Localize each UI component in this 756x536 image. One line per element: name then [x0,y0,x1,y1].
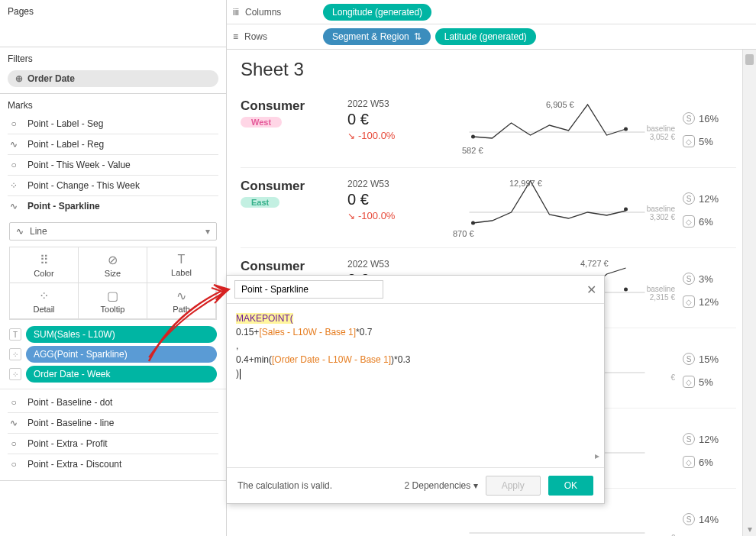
baseline-label: baseline3,302 € [647,205,675,221]
pages-shelf-drop[interactable] [0,20,226,29]
mark-field-pill[interactable]: ⁘AGG(Point - Sparkline) [9,346,217,363]
kpi-change: ↘-100.0% [347,210,431,221]
marks-card-detail[interactable]: ⁘Detail [9,283,79,319]
mark-layer-label: Point - Baseline - dot [27,397,112,408]
calc-dependencies-dropdown[interactable]: 2 Dependencies ▾ [405,480,478,491]
mark-layer-label: Point - Change - This Week [27,180,140,191]
columns-icon: iii [233,7,239,18]
marks-card-size[interactable]: ⊘Size [78,247,147,283]
baseline-label: € [670,525,675,536]
kpi-segment: Consumer [241,259,340,274]
marks-card-label: Tooltip [101,305,125,314]
mark-layer-label: Point - This Week - Value [27,160,131,170]
token-function: MAKEPOINT( [236,313,293,324]
svg-point-1 [471,135,475,139]
arrow-down-icon: ↘ [347,131,355,141]
marks-layer-row[interactable]: ∿Point - Sparkline [8,196,218,216]
kpi-value: 0 € [347,191,431,208]
mark-layer-label: Point - Label - Reg [27,139,104,150]
marks-card-color[interactable]: ⠿Color [9,247,79,283]
mark-type-icon: ○ [8,118,20,129]
filter-pill-label: Order Date [27,73,75,84]
marks-layer-row[interactable]: ○Point - This Week - Value [8,155,218,176]
mark-field-pill[interactable]: TSUM(Sales - L10W) [9,326,217,343]
mark-type-icon: ○ [8,397,20,408]
svg-point-4 [471,221,475,225]
tag-icon: ◇ [683,215,695,228]
rows-pill[interactable]: Segment & Region ⇅ [323,28,431,45]
tooltip-icon: ▢ [107,289,118,303]
close-icon[interactable]: ✕ [586,283,596,297]
pill-prefix-icon: ⁘ [9,348,21,360]
calc-name-input[interactable] [234,280,383,299]
tag-icon: ◇ [683,456,695,468]
calc-editor-body[interactable]: MAKEPOINT( 0.15+[Sales - L10W - Base 1]*… [227,303,604,468]
pill-prefix-icon: T [9,328,21,341]
kpi-metric-discount: ◇12% [683,295,719,308]
marks-layer-row[interactable]: ○Point - Baseline - dot [8,392,218,413]
filters-shelf-title: Filters [0,47,226,67]
calc-valid-message: The calculation is valid. [237,480,332,491]
mark-type-icon: ∿ [8,418,20,428]
marks-layer-row[interactable]: ○Point - Extra - Discount [8,454,218,474]
mark-field-pill[interactable]: ⁘Order Date - Week [9,366,217,383]
rows-label: Rows [244,31,267,42]
marks-layer-row[interactable]: ○Point - Extra - Profit [8,434,218,454]
pill-prefix-icon: ⁘ [9,368,21,380]
columns-pill[interactable]: Longitude (generated) [323,4,431,21]
marks-card-path[interactable]: ∿Path [147,283,216,319]
scroll-down-icon[interactable]: ▾ [743,524,756,534]
apply-button[interactable]: Apply [486,476,541,496]
tag-icon: ◇ [683,376,695,388]
columns-shelf-drop[interactable]: Longitude (generated) [323,4,750,21]
expand-handle-icon[interactable]: ▸ [595,449,599,463]
mark-layer-label: Point - Baseline - line [27,418,114,428]
kpi-metric-profit: S3% [683,273,713,285]
mark-type-icon: ○ [8,160,20,170]
mark-layer-label: Point - Extra - Profit [27,438,108,449]
marks-card-label: Color [34,269,53,278]
marks-layer-row[interactable]: ○Point - Label - Seg [8,114,218,134]
kpi-metric-profit: S12% [683,433,719,445]
sheet-title: Sheet 3 [241,59,736,80]
region-badge: West [241,117,282,128]
marks-layer-row[interactable]: ∿Point - Baseline - line [8,413,218,434]
calculation-editor-dialog: ✕ MAKEPOINT( 0.15+[Sales - L10W - Base 1… [226,275,605,504]
tag-icon: ◇ [683,135,695,147]
pages-shelf-title: Pages [0,0,226,20]
marks-card-label[interactable]: TLabel [147,247,216,283]
svg-point-5 [624,208,628,211]
dollar-icon: S [683,273,695,285]
dollar-icon: S [683,513,695,525]
mark-type-dropdown[interactable]: ∿ Line ▾ [9,222,217,241]
marks-card-label: Detail [33,305,54,314]
scrollbar-thumb[interactable] [745,54,754,65]
marks-shelf-title: Marks [0,94,226,114]
columns-label: Columns [245,7,281,18]
marks-layer-row[interactable]: ⁘Point - Change - This Week [8,176,218,196]
kpi-metric-discount: ◇6% [683,456,713,468]
region-badge: East [241,197,279,208]
mark-type-icon: ∿ [8,139,20,150]
filter-pill-order-date[interactable]: ⊕ Order Date [8,70,218,87]
sparkline-min-label: 582 € [462,146,483,155]
sparkline-max-label: 12,997 € [509,179,542,188]
marks-card-tooltip[interactable]: ▢Tooltip [78,283,147,319]
vertical-scrollbar[interactable]: ▾ [742,50,756,536]
marks-layer-row[interactable]: ∿Point - Label - Reg [8,134,218,155]
kpi-week: 2022 W53 [347,179,431,189]
ok-button[interactable]: OK [548,476,593,496]
kpi-segment: Consumer [241,179,340,194]
dollar-icon: S [683,112,695,124]
rows-pill[interactable]: Latitude (generated) [435,28,536,45]
baseline-label: baseline2,315 € [647,285,675,302]
kpi-week: 2022 W53 [347,98,431,109]
tag-icon: ◇ [683,295,695,308]
rows-shelf-drop[interactable]: Segment & Region ⇅Latitude (generated) [323,28,750,45]
baseline-label: € [670,365,675,382]
pill-label: AGG(Point - Sparkline) [26,346,217,363]
kpi-change: ↘-100.0% [347,130,431,141]
detail-icon: ⁘ [39,289,49,303]
mark-layer-label: Point - Extra - Discount [27,459,121,470]
mark-type-icon: ○ [8,438,20,449]
